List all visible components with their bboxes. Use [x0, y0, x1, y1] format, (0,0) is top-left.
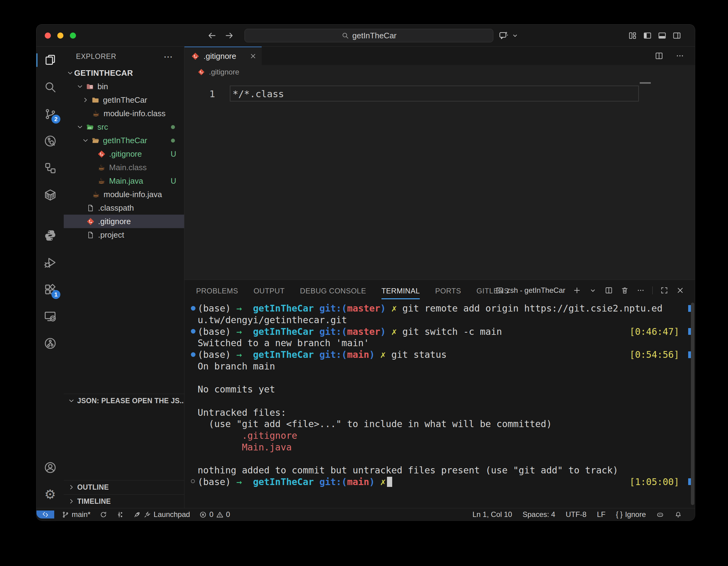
- terminal-dropdown-icon[interactable]: [589, 286, 597, 295]
- activity-item-search[interactable]: [36, 74, 64, 101]
- tree-item-getinthecar[interactable]: getInTheCar: [64, 93, 184, 107]
- activity-item-git-graph[interactable]: [36, 330, 64, 357]
- activity-item-containers[interactable]: [36, 181, 64, 208]
- toggle-secondary-sidebar-icon[interactable]: [672, 31, 681, 40]
- traffic-minimize-button[interactable]: [57, 32, 63, 39]
- tab-gitignore[interactable]: .gitignore: [184, 47, 262, 65]
- split-terminal-icon[interactable]: [605, 286, 613, 295]
- command-decoration-dot[interactable]: [191, 306, 195, 311]
- activity-item-settings[interactable]: ⚙: [36, 481, 64, 508]
- status-item-problems[interactable]: 00: [199, 510, 230, 519]
- panel-tab-debug-console[interactable]: DEBUG CONSOLE: [300, 282, 366, 299]
- breadcrumb-item[interactable]: .gitignore: [209, 68, 239, 76]
- status-item-launchpad[interactable]: Launchpad: [133, 510, 190, 519]
- panel-tab-terminal[interactable]: TERMINAL: [381, 282, 420, 299]
- kill-terminal-icon[interactable]: [620, 286, 629, 295]
- activity-item-accounts[interactable]: [36, 454, 64, 481]
- badge: 1: [51, 290, 60, 299]
- status-item-eol[interactable]: LF: [597, 510, 605, 519]
- status-item-commit-graph[interactable]: [116, 511, 124, 519]
- copilot-chat-icon[interactable]: [499, 30, 509, 41]
- breadcrumb[interactable]: .gitignore: [184, 65, 695, 79]
- traffic-close-button[interactable]: [45, 32, 51, 39]
- tree-item--classpath[interactable]: .classpath: [64, 201, 184, 214]
- panel-tab-ports[interactable]: PORTS: [435, 282, 461, 299]
- terminal-instance[interactable]: zsh - getInTheCar: [495, 286, 565, 295]
- customize-layout-icon[interactable]: [628, 31, 637, 40]
- status-item-indentation[interactable]: Spaces: 4: [522, 510, 555, 519]
- split-editor-icon[interactable]: [654, 51, 664, 60]
- folder-closed-icon: [91, 95, 100, 104]
- toggle-panel-icon[interactable]: [658, 31, 667, 40]
- status-item-sync-changes[interactable]: [100, 511, 107, 519]
- terminal-line: Untracked files:: [184, 407, 695, 418]
- title-bar: getInTheCar: [36, 25, 695, 47]
- tree-item-main-java[interactable]: ☕Main.javaU: [64, 174, 184, 188]
- activity-item-extensions[interactable]: 1: [36, 276, 64, 303]
- activity-item-python[interactable]: [36, 222, 64, 249]
- status-bar: main*Launchpad00 Ln 1, Col 10Spaces: 4UT…: [36, 508, 695, 521]
- more-actions-icon[interactable]: [636, 286, 645, 295]
- chevron-down-icon[interactable]: [511, 32, 519, 39]
- activity-item-gitlens[interactable]: [36, 127, 64, 154]
- command-decoration-dot[interactable]: [191, 329, 195, 334]
- tab-label: .gitignore: [203, 51, 236, 61]
- tree-item-module-info-class[interactable]: ☕module-info.class: [64, 107, 184, 120]
- editor-tab-bar: .gitignore: [184, 47, 695, 65]
- status-item-encoding[interactable]: UTF-8: [566, 510, 586, 519]
- terminal-line: On branch main: [184, 360, 695, 372]
- tree-item--project[interactable]: .project: [64, 228, 184, 241]
- maximize-panel-icon[interactable]: [660, 286, 669, 295]
- more-actions-icon[interactable]: [675, 51, 684, 60]
- terminal-content[interactable]: (base) → getInTheCar git:(master) ✗ git …: [184, 301, 695, 508]
- activity-item-run-debug[interactable]: [36, 249, 64, 276]
- new-terminal-icon[interactable]: [573, 286, 581, 295]
- command-decoration-dot[interactable]: [191, 479, 195, 483]
- close-icon[interactable]: [249, 52, 257, 60]
- tree-item-getinthecar[interactable]: GETINTHECAR: [64, 66, 184, 80]
- tree-item-getinthecar[interactable]: getInTheCar: [64, 134, 184, 147]
- command-decoration-dot[interactable]: [191, 352, 195, 357]
- activity-item-remote-explorer[interactable]: [36, 303, 64, 330]
- status-item-cursor-position[interactable]: Ln 1, Col 10: [472, 510, 512, 519]
- status-item-copilot[interactable]: [656, 511, 664, 519]
- panel-tab-problems[interactable]: PROBLEMS: [196, 282, 238, 299]
- more-actions-icon[interactable]: ⋯: [164, 51, 174, 62]
- symbols-icon: [44, 161, 57, 175]
- forward-arrow-icon[interactable]: [224, 30, 234, 41]
- terminal-text: Switched to a new branch 'main': [198, 338, 369, 348]
- traffic-zoom-button[interactable]: [70, 32, 76, 39]
- tree-item-src[interactable]: src: [64, 120, 184, 134]
- status-item-notifications[interactable]: [674, 511, 682, 519]
- tree-item--gitignore[interactable]: .gitignoreU: [64, 147, 184, 161]
- panel-tab-output[interactable]: OUTPUT: [253, 282, 285, 299]
- terminal-line: (use "git add <file>..." to include in w…: [184, 418, 695, 430]
- status-item-language-mode[interactable]: { }Ignore: [616, 510, 646, 519]
- section-json-please-open-the-js-[interactable]: JSON: PLEASE OPEN THE JS...: [64, 394, 184, 408]
- workbench: 21⚙ EXPLORER ⋯ GETINTHECARbingetInTheCar…: [36, 47, 695, 508]
- chevron-down-icon: [82, 136, 89, 144]
- section-outline[interactable]: OUTLINE: [64, 480, 184, 494]
- code-line: */*.class: [233, 88, 284, 99]
- back-arrow-icon[interactable]: [207, 30, 217, 41]
- git-status-badge: U: [171, 177, 176, 185]
- tree-item-bin[interactable]: bin: [64, 80, 184, 93]
- command-center-search[interactable]: getInTheCar: [245, 29, 493, 42]
- editor-code-area[interactable]: 1 */*.class: [184, 79, 695, 279]
- activity-item-symbols[interactable]: [36, 154, 64, 181]
- status-item-label: 0: [209, 510, 213, 519]
- tree-item--gitignore[interactable]: .gitignore: [64, 214, 184, 228]
- commit-icon: [116, 511, 124, 519]
- tree-item-module-info-java[interactable]: ☕module-info.java: [64, 188, 184, 201]
- toggle-sidebar-icon[interactable]: [643, 31, 652, 40]
- close-panel-icon[interactable]: [676, 286, 684, 295]
- status-item-remote-indicator[interactable]: [36, 511, 54, 519]
- section-timeline[interactable]: TIMELINE: [64, 494, 184, 508]
- activity-item-explorer[interactable]: [36, 47, 64, 74]
- panel-actions: zsh - getInTheCar: [495, 280, 695, 301]
- tree-item-label: getInTheCar: [103, 136, 147, 145]
- status-item-label: Spaces: 4: [522, 510, 555, 519]
- status-item-git-branch[interactable]: main*: [62, 510, 90, 519]
- tree-item-main-class[interactable]: ☕Main.class: [64, 161, 184, 174]
- activity-item-source-control[interactable]: 2: [36, 101, 64, 127]
